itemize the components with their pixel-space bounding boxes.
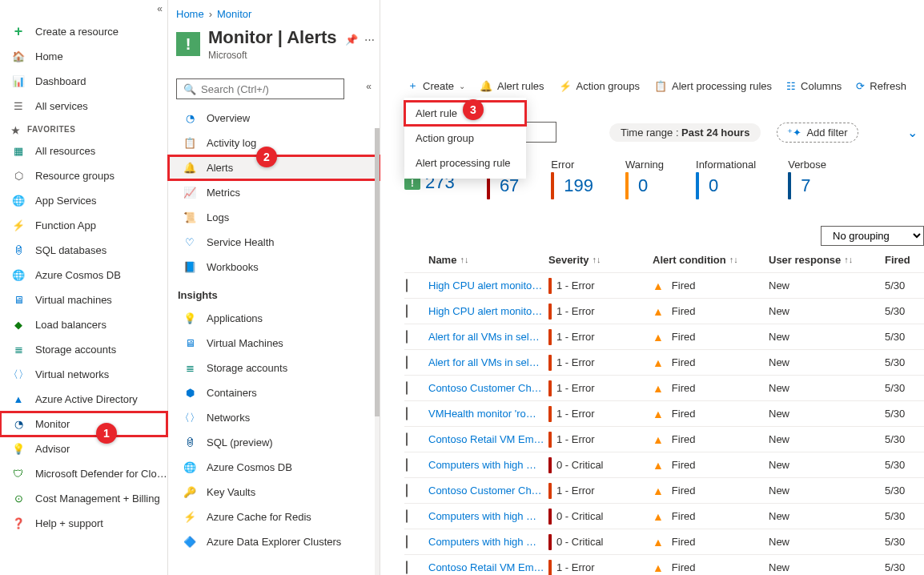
resource-search[interactable]: 🔍 bbox=[176, 78, 344, 99]
col-condition[interactable]: Alert condition↑↓ bbox=[653, 254, 769, 266]
row-checkbox[interactable] bbox=[406, 304, 408, 318]
row-checkbox[interactable] bbox=[406, 561, 408, 574]
alert-name-link[interactable]: Contoso Customer Ch… bbox=[428, 485, 548, 497]
nav-azure-cosmos-db[interactable]: 🌐Azure Cosmos DB bbox=[0, 263, 167, 288]
nav-advisor[interactable]: 💡Advisor bbox=[0, 436, 167, 461]
nav-help-support[interactable]: ❓Help + support bbox=[0, 511, 167, 536]
stat-warning[interactable]: Warning 0 bbox=[625, 159, 664, 199]
col-fired[interactable]: Fired bbox=[885, 254, 924, 266]
insights-storage-accounts[interactable]: ≣Storage accounts bbox=[168, 356, 380, 380]
alert-name-link[interactable]: VMHealth monitor 'ro… bbox=[428, 408, 548, 420]
col-response[interactable]: User response↑↓ bbox=[769, 254, 885, 266]
action-groups-button[interactable]: ⚡ Action groups bbox=[559, 80, 641, 92]
insights-networks[interactable]: 〈〉Networks bbox=[168, 405, 380, 430]
resnav-logs[interactable]: 📜Logs bbox=[168, 205, 380, 230]
collapse-resource-nav-icon[interactable]: « bbox=[366, 81, 372, 92]
table-row[interactable]: Contoso Retail VM Em…1 - Error▲FiredNew5… bbox=[404, 554, 924, 575]
row-checkbox[interactable] bbox=[406, 279, 408, 292]
alert-name-link[interactable]: High CPU alert monito… bbox=[428, 305, 548, 317]
create-button[interactable]: ＋ Create ⌄ bbox=[408, 78, 465, 93]
insights-containers[interactable]: ⬢Containers bbox=[168, 380, 380, 405]
nav-virtual-machines[interactable]: 🖥Virtual machines bbox=[0, 288, 167, 312]
alert-name-link[interactable]: Alert for all VMs in sel… bbox=[428, 331, 548, 343]
alert-name-link[interactable]: Alert for all VMs in sel… bbox=[428, 356, 548, 368]
alert-name-link[interactable]: Computers with high … bbox=[428, 510, 548, 522]
alert-name-link[interactable]: Computers with high … bbox=[428, 536, 548, 548]
resnav-workbooks[interactable]: 📘Workbooks bbox=[168, 255, 380, 279]
col-name[interactable]: Name↑↓ bbox=[428, 254, 548, 266]
nav-all-services[interactable]: ☰ All services bbox=[0, 94, 167, 119]
table-row[interactable]: Computers with high …0 - Critical▲FiredN… bbox=[404, 529, 924, 554]
col-severity[interactable]: Severity↑↓ bbox=[548, 254, 653, 266]
stat-informational[interactable]: Informational 0 bbox=[696, 159, 756, 199]
create-processing-rule-item[interactable]: Alert processing rule bbox=[404, 151, 526, 175]
insights-azure-data-explorer-clusters[interactable]: 🔷Azure Data Explorer Clusters bbox=[168, 529, 380, 554]
table-row[interactable]: VMHealth monitor 'ro…1 - Error▲FiredNew5… bbox=[404, 400, 924, 426]
insights-azure-cosmos-db[interactable]: 🌐Azure Cosmos DB bbox=[168, 455, 380, 480]
table-row[interactable]: Alert for all VMs in sel…1 - Error▲Fired… bbox=[404, 324, 924, 349]
row-checkbox[interactable] bbox=[406, 407, 408, 420]
row-checkbox[interactable] bbox=[406, 356, 408, 369]
nav-sql-databases[interactable]: 🛢SQL databases bbox=[0, 238, 167, 263]
insights-virtual-machines[interactable]: 🖥Virtual Machines bbox=[168, 331, 380, 356]
nav-load-balancers[interactable]: ◆Load balancers bbox=[0, 312, 167, 337]
search-input[interactable] bbox=[201, 83, 337, 95]
create-action-group-item[interactable]: Action group bbox=[404, 126, 526, 151]
insights-label: SQL (preview) bbox=[207, 436, 273, 448]
alert-name-link[interactable]: Contoso Customer Ch… bbox=[428, 382, 548, 394]
table-row[interactable]: High CPU alert monito…1 - Error▲FiredNew… bbox=[404, 272, 924, 298]
nav-monitor[interactable]: ◔Monitor bbox=[0, 412, 167, 436]
table-row[interactable]: Computers with high …0 - Critical▲FiredN… bbox=[404, 503, 924, 529]
alert-name-link[interactable]: Contoso Retail VM Em… bbox=[428, 433, 548, 445]
insights-azure-cache-for-redis[interactable]: ⚡Azure Cache for Redis bbox=[168, 505, 380, 529]
time-range-pill[interactable]: Time range : Past 24 hours bbox=[609, 123, 761, 142]
nav-app-services[interactable]: 🌐App Services bbox=[0, 188, 167, 213]
resnav-metrics[interactable]: 📈Metrics bbox=[168, 180, 380, 205]
insights-sql-preview-[interactable]: 🛢SQL (preview) bbox=[168, 430, 380, 455]
insights-applications[interactable]: 💡Applications bbox=[168, 306, 380, 331]
nav-all-resources[interactable]: ▦All resources bbox=[0, 139, 167, 163]
nav-cost-management-billing[interactable]: ⊙Cost Management + Billing bbox=[0, 486, 167, 511]
refresh-button[interactable]: ⟳ Refresh bbox=[856, 80, 906, 92]
table-row[interactable]: High CPU alert monito…1 - Error▲FiredNew… bbox=[404, 298, 924, 324]
grouping-select[interactable]: No grouping bbox=[821, 226, 924, 246]
row-checkbox[interactable] bbox=[406, 432, 408, 446]
nav-function-app[interactable]: ⚡Function App bbox=[0, 213, 167, 238]
nav-storage-accounts[interactable]: ≣Storage accounts bbox=[0, 337, 167, 362]
chevron-down-icon[interactable]: ⌄ bbox=[907, 125, 918, 140]
stat-verbose[interactable]: Verbose 7 bbox=[788, 159, 826, 199]
row-checkbox[interactable] bbox=[406, 509, 408, 523]
table-row[interactable]: Contoso Retail VM Em…1 - Error▲FiredNew5… bbox=[404, 426, 924, 452]
nav-microsoft-defender-for-cloud[interactable]: 🛡Microsoft Defender for Cloud bbox=[0, 461, 167, 486]
nav-azure-active-directory[interactable]: ▲Azure Active Directory bbox=[0, 387, 167, 412]
columns-button[interactable]: ☷ Columns bbox=[786, 80, 842, 92]
alert-name-link[interactable]: Computers with high … bbox=[428, 459, 548, 471]
nav-virtual-networks[interactable]: 〈〉Virtual networks bbox=[0, 362, 167, 387]
row-checkbox[interactable] bbox=[406, 381, 408, 395]
alert-rules-button[interactable]: 🔔 Alert rules bbox=[480, 80, 544, 92]
row-checkbox[interactable] bbox=[406, 484, 408, 497]
table-row[interactable]: Alert for all VMs in sel…1 - Error▲Fired… bbox=[404, 349, 924, 375]
table-row[interactable]: Contoso Customer Ch…1 - Error▲FiredNew5/… bbox=[404, 477, 924, 503]
row-checkbox[interactable] bbox=[406, 330, 408, 344]
nav-dashboard[interactable]: 📊 Dashboard bbox=[0, 69, 167, 94]
row-checkbox[interactable] bbox=[406, 535, 408, 549]
alert-name-link[interactable]: High CPU alert monito… bbox=[428, 279, 548, 292]
scrollbar-thumb[interactable] bbox=[375, 128, 380, 416]
table-row[interactable]: Computers with high …0 - Critical▲FiredN… bbox=[404, 452, 924, 477]
table-row[interactable]: Contoso Customer Ch…1 - Error▲FiredNew5/… bbox=[404, 375, 924, 400]
resnav-overview[interactable]: ◔Overview bbox=[168, 106, 380, 131]
nav-home[interactable]: 🏠 Home bbox=[0, 44, 167, 69]
nav-create-resource[interactable]: + Create a resource bbox=[0, 19, 167, 44]
row-checkbox[interactable] bbox=[406, 458, 408, 472]
add-filter-button[interactable]: ⁺✦ Add filter bbox=[777, 123, 858, 143]
nav-resource-groups[interactable]: ⬡Resource groups bbox=[0, 163, 167, 188]
alert-processing-rules-button[interactable]: 📋 Alert processing rules bbox=[654, 80, 772, 92]
warning-icon: ▲ bbox=[653, 279, 664, 292]
alert-name-link[interactable]: Contoso Retail VM Em… bbox=[428, 561, 548, 573]
stat-error[interactable]: Error 199 bbox=[551, 159, 593, 199]
insights-key-vaults[interactable]: 🔑Key Vaults bbox=[168, 480, 380, 505]
collapse-nav-icon[interactable]: « bbox=[157, 3, 163, 14]
resnav-service-health[interactable]: ♡Service Health bbox=[168, 230, 380, 255]
scrollbar[interactable] bbox=[375, 128, 380, 575]
